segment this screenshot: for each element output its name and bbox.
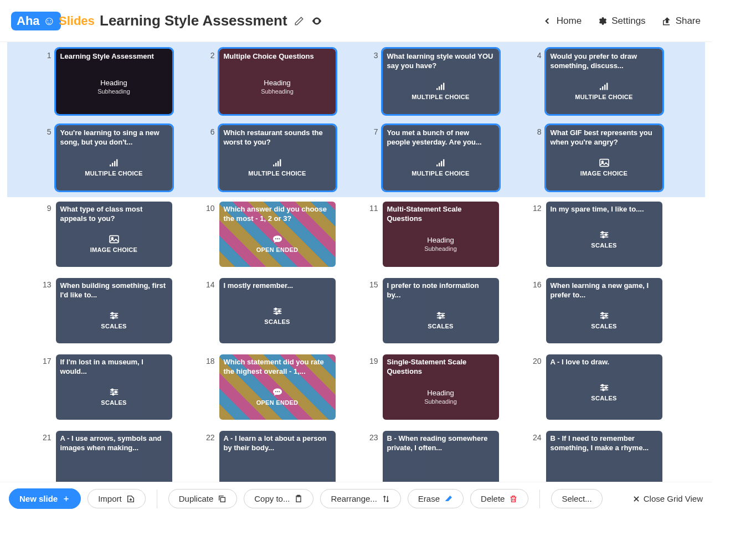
slide-card[interactable]: You met a bunch of new people yesterday.… — [383, 125, 499, 190]
slide-item: 3What learning style would YOU say you h… — [367, 49, 508, 114]
slide-item: 12In my spare time, I like to....SCALES — [531, 202, 672, 267]
header: Aha☺ Slides Learning Style Assessment Ho… — [0, 0, 712, 42]
import-icon — [126, 495, 135, 503]
separator — [157, 490, 157, 508]
svg-point-42 — [602, 317, 604, 319]
svg-rect-14 — [275, 163, 276, 166]
slide-card[interactable]: What type of class most appeals to you?I… — [56, 202, 172, 267]
svg-point-25 — [275, 239, 276, 240]
slide-content-preview: OPEN ENDED — [224, 225, 331, 264]
slide-number: 19 — [367, 354, 378, 420]
slide-card[interactable]: Which statement did you rate the highest… — [219, 354, 336, 420]
new-slide-button[interactable]: New slide ＋ — [9, 488, 81, 509]
slide-card[interactable]: B - If I need to remember something, I m… — [546, 431, 662, 482]
slide-content-preview: SCALES — [387, 301, 495, 340]
copy-to-button[interactable]: Copy to... — [244, 489, 313, 508]
slide-card[interactable]: You're learning to sing a new song, but … — [56, 125, 172, 190]
title-area: Learning Style Assessment — [100, 12, 542, 29]
slide-number: 16 — [531, 278, 542, 343]
delete-button[interactable]: Delete — [470, 489, 528, 508]
svg-point-28 — [601, 231, 603, 233]
slide-content-preview: HeadingSubheading — [387, 225, 495, 264]
slide-card[interactable]: What learning style would YOU say you ha… — [383, 49, 499, 114]
svg-point-30 — [602, 236, 604, 238]
svg-point-34 — [275, 308, 276, 310]
slide-number: 2 — [204, 49, 215, 114]
edit-icon[interactable] — [294, 16, 304, 26]
slide-title: Which restaurant sounds the worst to you… — [224, 128, 331, 147]
slide-card[interactable]: A - I learn a lot about a person by thei… — [219, 431, 336, 482]
slide-content-preview: SCALES — [224, 292, 331, 340]
import-button[interactable]: Import — [88, 489, 146, 508]
slide-card[interactable]: A - I love to draw.SCALES — [546, 354, 662, 420]
slide-item: 5You're learning to sing a new song, but… — [40, 125, 182, 190]
slide-title: Multiple Choice Questions — [224, 52, 331, 61]
svg-point-0 — [316, 20, 318, 22]
slide-item: 18Which statement did you rate the highe… — [204, 354, 345, 420]
slide-card[interactable]: Multi-Statement Scale QuestionsHeadingSu… — [383, 202, 499, 267]
slide-number: 20 — [531, 354, 542, 420]
slide-title: You're learning to sing a new song, but … — [60, 128, 168, 147]
slide-number: 4 — [531, 49, 542, 114]
slide-number: 21 — [40, 431, 52, 482]
slide-item: 17If I'm lost in a museum, I would...SCA… — [40, 354, 182, 420]
slides-grid-wrapper[interactable]: 1Learning Style AssessmentHeadingSubhead… — [0, 42, 712, 482]
slide-number: 14 — [204, 278, 215, 343]
logo[interactable]: Aha☺ Slides — [11, 7, 83, 35]
svg-rect-10 — [112, 163, 113, 166]
slide-card[interactable]: Which answer did you choose the most - 1… — [219, 202, 336, 267]
slide-card[interactable]: When learning a new game, I prefer to...… — [546, 278, 662, 343]
slide-content-preview: IMAGE CHOICE — [60, 225, 168, 264]
slide-title: Which answer did you choose the most - 1… — [224, 205, 331, 224]
slide-card[interactable]: A - I use arrows, symbols and images whe… — [56, 431, 172, 482]
slide-card[interactable]: When building something, first I'd like … — [56, 278, 172, 343]
eye-icon[interactable] — [311, 15, 323, 27]
slide-number: 15 — [367, 278, 378, 343]
duplicate-button[interactable]: Duplicate — [168, 489, 238, 508]
slide-card[interactable]: Single-Statement Scale QuestionsHeadingS… — [383, 354, 499, 420]
slide-card[interactable]: I mostly remember...SCALES — [219, 278, 336, 343]
share-button[interactable]: Share — [661, 16, 701, 27]
slide-card[interactable]: B - When reading somewhere private, I of… — [383, 431, 499, 482]
svg-rect-2 — [439, 86, 440, 90]
slide-title: In my spare time, I like to.... — [551, 205, 658, 214]
slide-content-preview: SCALES — [551, 215, 658, 264]
erase-button[interactable]: Erase — [408, 489, 464, 508]
copy-icon — [218, 495, 227, 503]
slide-title: Which statement did you rate the highest… — [224, 358, 331, 377]
slide-item: 1Learning Style AssessmentHeadingSubhead… — [40, 49, 182, 114]
svg-point-37 — [438, 313, 440, 315]
settings-button[interactable]: Settings — [597, 16, 645, 27]
slide-card[interactable]: Multiple Choice QuestionsHeadingSubheadi… — [219, 49, 336, 114]
slide-number: 12 — [531, 202, 542, 267]
slide-content-preview: HeadingSubheading — [387, 378, 495, 416]
presentation-title[interactable]: Learning Style Assessment — [100, 12, 287, 29]
svg-point-46 — [275, 392, 276, 393]
slide-card[interactable]: Would you prefer to draw something, disc… — [546, 49, 662, 114]
svg-rect-11 — [114, 161, 115, 167]
slide-card[interactable]: Which restaurant sounds the worst to you… — [219, 125, 336, 190]
svg-point-41 — [605, 315, 606, 317]
slides-grid: 1Learning Style AssessmentHeadingSubhead… — [40, 49, 672, 482]
chevron-left-icon — [542, 16, 552, 26]
rearrange-button[interactable]: Rearrange... — [320, 489, 400, 508]
close-grid-view-button[interactable]: Close Grid View — [632, 494, 703, 503]
slide-card[interactable]: In my spare time, I like to....SCALES — [546, 202, 662, 267]
home-button[interactable]: Home — [542, 16, 582, 27]
slide-card[interactable]: I prefer to note information by...SCALES — [383, 278, 499, 343]
svg-rect-12 — [116, 159, 117, 167]
svg-rect-20 — [443, 159, 444, 167]
slide-card[interactable]: What GIF best represents you when you're… — [546, 125, 662, 190]
select-button[interactable]: Select... — [551, 489, 602, 508]
slide-card[interactable]: If I'm lost in a museum, I would...SCALE… — [56, 354, 172, 420]
svg-rect-17 — [436, 165, 438, 167]
slide-title: What learning style would YOU say you ha… — [387, 52, 495, 71]
slide-item: 7You met a bunch of new people yesterday… — [367, 125, 508, 190]
slide-content-preview: SCALES — [551, 301, 658, 340]
slide-title: A - I love to draw. — [551, 358, 658, 367]
slide-card[interactable]: Learning Style AssessmentHeadingSubheadi… — [56, 49, 172, 114]
slide-content-preview: SCALES — [60, 301, 168, 340]
separator — [539, 490, 540, 508]
trash-icon — [509, 495, 518, 503]
slide-title: A - I learn a lot about a person by thei… — [224, 434, 331, 453]
